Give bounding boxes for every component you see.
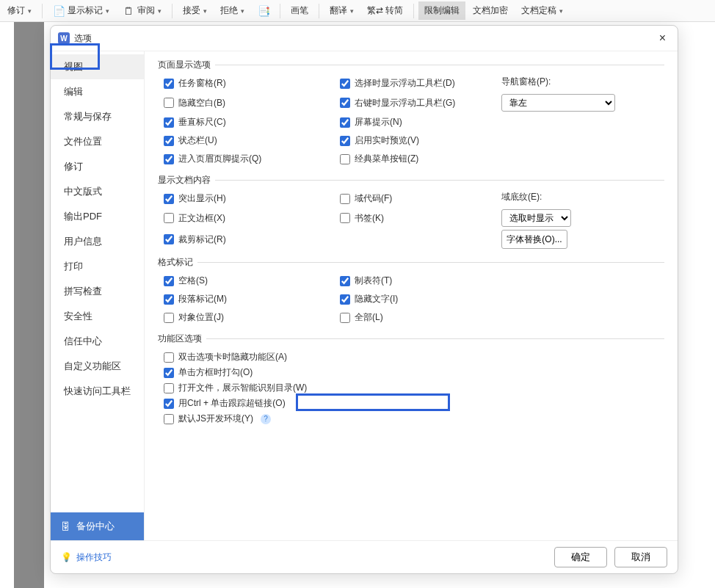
cancel-button[interactable]: 取消 xyxy=(614,547,667,567)
sidebar-item-view[interactable]: 视图 xyxy=(51,54,144,79)
app-icon: W xyxy=(58,32,70,44)
sidebar-item-spellcheck[interactable]: 拼写检查 xyxy=(51,279,144,304)
section-page-display-title: 页面显示选项 xyxy=(158,59,211,71)
ribbon-restrict-edit[interactable]: 限制编辑 xyxy=(418,1,465,20)
chk-classic-menu[interactable]: 经典菜单按钮(Z) xyxy=(340,151,494,167)
sidebar: 视图 编辑 常规与保存 文件位置 修订 中文版式 输出PDF 用户信息 打印 拼… xyxy=(51,51,145,540)
sidebar-item-output-pdf[interactable]: 输出PDF xyxy=(51,204,144,229)
chk-live-preview[interactable]: 启用实时预览(V) xyxy=(340,133,494,148)
chk-screen-tips[interactable]: 屏幕提示(N) xyxy=(340,115,494,130)
ribbon-pen[interactable]: 画笔 xyxy=(285,1,314,20)
sidebar-item-quick-access[interactable]: 快速访问工具栏 xyxy=(51,379,144,404)
chk-hidden-text[interactable]: 隐藏文字(I) xyxy=(340,291,494,307)
chk-field-codes[interactable]: 域代码(F) xyxy=(340,191,494,206)
bulb-icon: 💡 xyxy=(61,552,72,562)
ribbon-reject[interactable]: 拒绝▾ xyxy=(214,1,250,20)
chk-ctrl-click-link[interactable]: 用Ctrl + 单击跟踪超链接(O) xyxy=(164,396,664,411)
content-area: 页面显示选项 任务窗格(R) 选择时显示浮动工具栏(D) 导航窗格(P): 隐藏… xyxy=(145,51,678,540)
chk-highlight[interactable]: 突出显示(H) xyxy=(164,191,333,206)
show-marks-icon: 📄 xyxy=(53,5,65,17)
chk-tabs[interactable]: 制表符(T) xyxy=(340,273,494,288)
chk-task-pane[interactable]: 任务窗格(R) xyxy=(164,76,333,91)
sidebar-item-trust-center[interactable]: 信任中心 xyxy=(51,329,144,354)
chk-open-smart-toc[interactable]: 打开文件，展示智能识别目录(W) xyxy=(164,380,664,396)
chk-click-checkbox[interactable]: 单击方框时打勾(O) xyxy=(164,365,664,380)
chk-hide-blank[interactable]: 隐藏空白(B) xyxy=(164,94,333,112)
sidebar-item-file-location[interactable]: 文件位置 xyxy=(51,129,144,154)
ribbon-review[interactable]: 🗒审阅▾ xyxy=(117,1,167,20)
chk-default-js-env[interactable]: 默认JS开发环境(Y)? xyxy=(164,411,664,427)
section-ribbon-opts-title: 功能区选项 xyxy=(158,333,202,345)
ribbon: 修订▾ 📄显示标记▾ 🗒审阅▾ 接受▾ 拒绝▾ 📑 画笔 翻译▾ 繁⇄ 转简 限… xyxy=(0,0,715,22)
ribbon-revision[interactable]: 修订▾ xyxy=(1,1,37,20)
help-icon[interactable]: ? xyxy=(261,414,271,424)
sidebar-item-print[interactable]: 打印 xyxy=(51,254,144,279)
sidebar-item-security[interactable]: 安全性 xyxy=(51,304,144,329)
review-icon: 🗒 xyxy=(123,5,134,17)
chk-rclick-float[interactable]: 右键时显示浮动工具栏(G) xyxy=(340,94,494,112)
dialog-footer: 💡 操作技巧 确定 取消 xyxy=(51,540,678,573)
ribbon-translate[interactable]: 翻译▾ xyxy=(324,1,360,20)
sidebar-item-custom-ribbon[interactable]: 自定义功能区 xyxy=(51,354,144,379)
ribbon-compare-icon[interactable]: 📑 xyxy=(252,2,275,20)
nav-pane-label: 导航窗格(P): xyxy=(501,76,634,88)
ribbon-doc-draft[interactable]: 文档定稿▾ xyxy=(515,1,569,20)
sidebar-item-chinese-layout[interactable]: 中文版式 xyxy=(51,179,144,204)
tips-link[interactable]: 💡 操作技巧 xyxy=(61,551,112,564)
field-shading-label: 域底纹(E): xyxy=(501,191,634,203)
chk-dblclick-hide[interactable]: 双击选项卡时隐藏功能区(A) xyxy=(164,349,664,365)
sidebar-item-revision[interactable]: 修订 xyxy=(51,154,144,179)
ribbon-show-marks[interactable]: 📄显示标记▾ xyxy=(47,1,115,20)
chk-crop-marks[interactable]: 裁剪标记(R) xyxy=(164,230,333,249)
chk-bookmarks[interactable]: 书签(K) xyxy=(340,209,494,227)
chk-obj-pos[interactable]: 对象位置(J) xyxy=(164,310,333,325)
sidebar-item-general-save[interactable]: 常规与保存 xyxy=(51,104,144,129)
chk-spaces[interactable]: 空格(S) xyxy=(164,273,333,288)
dialog-title: 选项 xyxy=(74,32,92,45)
sidebar-item-edit[interactable]: 编辑 xyxy=(51,79,144,104)
sidebar-item-user-info[interactable]: 用户信息 xyxy=(51,229,144,254)
close-icon[interactable]: × xyxy=(655,30,670,46)
ok-button[interactable]: 确定 xyxy=(554,547,607,567)
chk-text-border[interactable]: 正文边框(X) xyxy=(164,209,333,227)
ribbon-accept[interactable]: 接受▾ xyxy=(177,1,213,20)
section-format-marks-title: 格式标记 xyxy=(158,256,193,269)
field-shading-select[interactable]: 选取时显示 xyxy=(501,209,571,227)
chk-status-bar[interactable]: 状态栏(U) xyxy=(164,133,333,148)
chk-enter-header[interactable]: 进入页眉页脚提示(Q) xyxy=(164,151,333,167)
ribbon-trad-conv[interactable]: 繁⇄ 转简 xyxy=(361,1,409,20)
compare-icon: 📑 xyxy=(258,5,269,17)
backup-icon: 🗄 xyxy=(61,521,70,532)
chk-select-float[interactable]: 选择时显示浮动工具栏(D) xyxy=(340,76,494,91)
chk-vertical-ruler[interactable]: 垂直标尺(C) xyxy=(164,115,333,130)
section-doc-content-title: 显示文档内容 xyxy=(158,174,211,186)
backup-label: 备份中心 xyxy=(76,520,115,533)
nav-pane-select[interactable]: 靠左 xyxy=(501,94,615,112)
chk-all[interactable]: 全部(L) xyxy=(340,310,494,325)
backup-center-button[interactable]: 🗄 备份中心 xyxy=(51,512,144,540)
options-dialog: W 选项 × 视图 编辑 常规与保存 文件位置 修订 中文版式 输出PDF 用户… xyxy=(50,25,678,574)
dialog-titlebar: W 选项 × xyxy=(51,26,678,51)
ribbon-doc-encrypt[interactable]: 文档加密 xyxy=(467,1,514,20)
font-substitution-button[interactable]: 字体替换(O)... xyxy=(501,230,567,249)
chk-para-marks[interactable]: 段落标记(M) xyxy=(164,291,333,307)
